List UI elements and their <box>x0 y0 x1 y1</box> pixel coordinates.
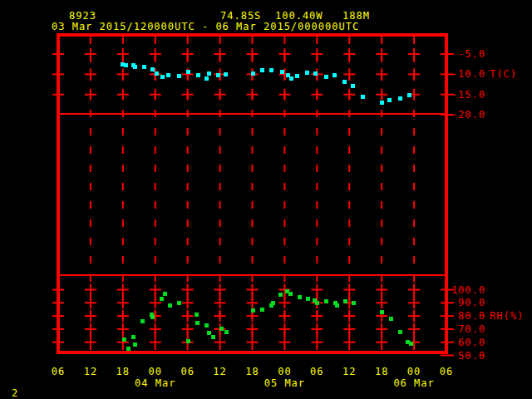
hour-tick-label: 06 <box>48 367 68 377</box>
hour-tick-label: 00 <box>404 367 424 377</box>
rh-axis-tick-label: 70.0 <box>449 324 485 334</box>
date-label: 04 Mar <box>131 378 180 388</box>
date-label: 06 Mar <box>390 378 438 388</box>
hour-tick-label: 06 <box>436 367 456 377</box>
hour-tick-label: 18 <box>372 367 392 377</box>
rh-axis-tick-label: 80.0 <box>449 311 485 321</box>
axis-labels-layer: -5.0-10.0-15.0-20.0T(C)100.090.080.070.0… <box>0 0 532 399</box>
temp-axis-tick-label: -15.0 <box>449 90 485 100</box>
hour-tick-label: 00 <box>274 367 294 377</box>
hour-tick-label: 06 <box>307 367 327 377</box>
hour-tick-label: 06 <box>178 367 198 377</box>
hour-tick-label: 12 <box>210 367 230 377</box>
rh-axis-tick-label: 90.0 <box>449 298 485 308</box>
hour-tick-label: 18 <box>243 367 263 377</box>
hour-tick-label: 18 <box>113 367 133 377</box>
hour-tick-label: 12 <box>81 367 101 377</box>
rh-axis-tick-label: 60.0 <box>449 337 485 347</box>
hour-tick-label: 12 <box>339 367 359 377</box>
rh-axis-tick-label: 100.0 <box>449 285 485 295</box>
temp-axis-unit-label: T(C) <box>490 69 517 79</box>
temp-axis-tick-label: -10.0 <box>449 69 485 79</box>
meteogram-screen: 8923 74.85S 100.40W 188M 03 Mar 2015/120… <box>0 0 532 399</box>
hour-tick-label: 00 <box>145 367 165 377</box>
rh-axis-tick-label: 50.0 <box>449 351 485 361</box>
temp-axis-tick-label: -5.0 <box>449 49 485 59</box>
temp-axis-tick-label: -20.0 <box>449 110 485 120</box>
date-label: 05 Mar <box>260 378 308 388</box>
rh-axis-unit-label: RH(%) <box>490 311 524 321</box>
